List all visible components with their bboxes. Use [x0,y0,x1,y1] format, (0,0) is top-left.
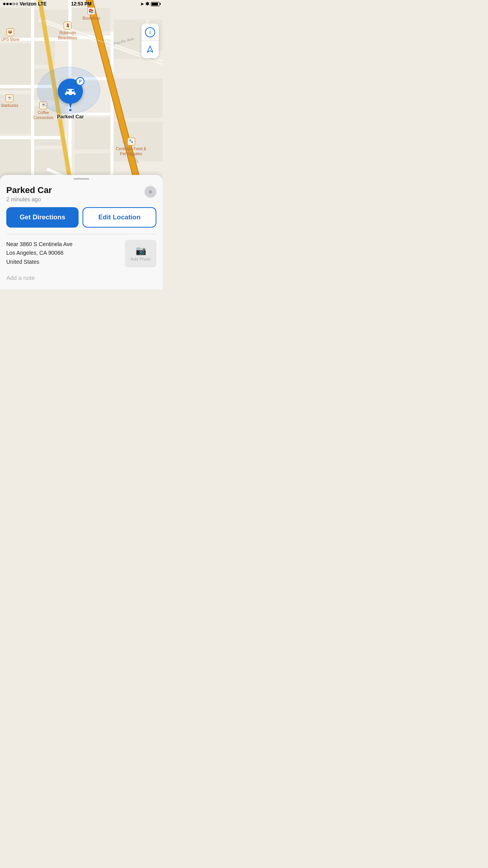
poi-centinela: 🐾 Centinela Feed &Pet Supplies [116,138,146,156]
pin-tail [69,103,72,108]
edit-location-button[interactable]: Edit Location [83,207,156,228]
info-circle-icon: i [145,27,155,37]
sheet-title: Parked Car [6,185,52,195]
status-bar: Verizon LTE 12:53 PM ➤ ✱ [0,0,163,8]
add-note-text[interactable]: Add a note [6,274,35,281]
address-text: Near 3860 S Centinela Ave Los Angeles, C… [6,240,120,266]
bluetooth-icon: ✱ [145,1,149,7]
svg-point-40 [67,94,69,96]
network-label: LTE [38,1,47,7]
poi-bookshop: 📚 Bookshop [83,7,100,21]
carrier-label: Verizon [20,1,37,7]
map-controls: i [141,24,159,58]
poi-ups: 📦 UPS Store [1,28,19,42]
pin-circle: P [58,79,83,104]
address-line-2: Los Angeles, CA 90066 [6,248,120,257]
signal-dot-2 [6,3,9,5]
parked-car-pin: P Parked Car [57,79,84,120]
poi-robinson: 💄 RobinsonBeautilities [58,22,77,40]
close-icon: × [149,189,152,195]
add-note-section: Add a note [0,273,163,281]
sheet-title-area: Parked Car 2 minutes ago [6,185,52,202]
info-button[interactable]: i [141,24,159,41]
parked-map-label: Parked Car [57,114,84,120]
signal-dots [3,3,18,5]
poi-starbucks: ☕ Starbucks [1,94,18,108]
signal-dot-4 [13,3,15,5]
status-time: 12:53 PM [71,1,92,7]
pin-dot [69,109,72,111]
svg-rect-38 [67,90,69,92]
signal-dot-5 [16,3,18,5]
pin-badge: P [76,77,84,86]
svg-rect-15 [75,118,110,149]
location-button[interactable] [141,41,159,58]
car-svg-icon [63,86,78,97]
action-buttons: Get Directions Edit Location [0,207,163,234]
status-left: Verizon LTE [3,1,46,7]
sheet-handle [73,178,89,180]
add-photo-label: Add Photo [130,257,150,261]
parked-car-pin-area: P Parked Car [57,79,84,120]
svg-rect-2 [0,43,31,90]
bottom-sheet: Parked Car 2 minutes ago × Get Direction… [0,175,163,289]
location-icon: ➤ [140,2,144,7]
signal-dot-3 [9,3,12,5]
map-area[interactable]: Pacific Ave S Centinela Ave Barbara Ave … [0,0,163,197]
battery-fill [152,3,158,6]
status-right: ➤ ✱ [140,1,160,7]
location-arrow-icon [146,45,154,54]
battery-icon [151,2,160,6]
signal-dot-1 [3,3,6,5]
svg-point-41 [72,94,74,96]
address-section: Near 3860 S Centinela Ave Los Angeles, C… [0,234,163,273]
get-directions-button[interactable]: Get Directions [6,207,79,228]
address-line-3: United States [6,257,120,266]
camera-icon: 📷 [136,246,146,256]
photo-placeholder[interactable]: 📷 Add Photo [125,240,156,267]
close-button[interactable]: × [145,186,156,198]
svg-rect-39 [72,90,74,92]
sheet-header: Parked Car 2 minutes ago × [0,184,163,207]
address-line-1: Near 3860 S Centinela Ave [6,240,120,248]
sheet-subtitle: 2 minutes ago [6,196,52,202]
